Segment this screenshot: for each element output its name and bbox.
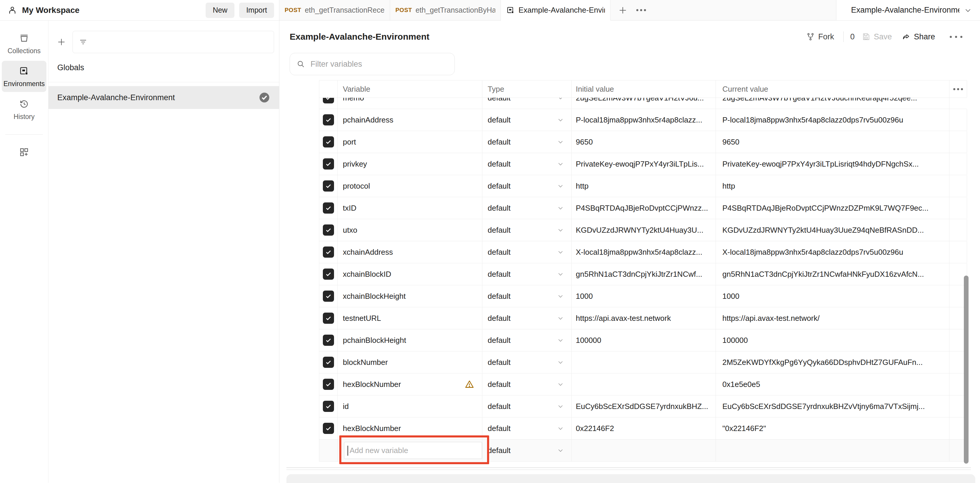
- add-environment-icon[interactable]: [57, 37, 66, 47]
- variable-name[interactable]: memo: [343, 98, 364, 102]
- row-checkbox[interactable]: [323, 225, 334, 236]
- type-select[interactable]: default: [482, 241, 572, 263]
- sidebar-filter-input[interactable]: [92, 37, 268, 47]
- current-value-cell[interactable]: 2ugSeL2mAv3W7bTgeaV1H2tVJ6uchhKeurajq4r5…: [716, 98, 950, 109]
- current-value-cell[interactable]: 100000: [716, 329, 950, 351]
- sidebar-item-environments[interactable]: Environments: [2, 61, 46, 92]
- variable-name[interactable]: pchainAddress: [343, 115, 393, 124]
- type-select[interactable]: default: [482, 219, 572, 241]
- type-select[interactable]: default: [482, 440, 572, 461]
- row-checkbox[interactable]: [323, 290, 334, 302]
- current-value-cell[interactable]: P4SBqRTDAqJBjeRoDvptCCjPWnzzDZPmK9L7WQ7F…: [716, 197, 950, 219]
- variable-name[interactable]: testnetURL: [343, 314, 381, 323]
- current-value-cell[interactable]: http: [716, 175, 950, 197]
- row-checkbox[interactable]: [323, 312, 334, 324]
- type-select[interactable]: default: [482, 109, 572, 131]
- current-value-cell[interactable]: P-local18jma8ppw3nhx5r4ap8clazz0dps7rv5u…: [716, 109, 950, 131]
- current-value-cell[interactable]: https://api.avax-test.network/: [716, 307, 950, 329]
- sidebar-item-collections[interactable]: Collections: [2, 28, 46, 59]
- workspace-title[interactable]: My Workspace: [22, 6, 80, 15]
- current-value-cell[interactable]: gn5RhN1aCT3dnCpjYkiJtrZr1NCwfaHNkFyuDX16…: [716, 263, 950, 285]
- row-checkbox[interactable]: [323, 247, 334, 258]
- variable-name[interactable]: protocol: [343, 182, 370, 191]
- current-value-cell[interactable]: KGDvUZzdJRWNYTy2ktU4Huay3UueZ94qNeBfRASn…: [716, 219, 950, 241]
- type-select[interactable]: default: [482, 395, 572, 417]
- row-checkbox[interactable]: [323, 401, 334, 412]
- current-value-cell[interactable]: 2M5ZeKWDYfXkgPg6YyQyka66DDsphvDHtZ7GUFAu…: [716, 351, 950, 373]
- row-checkbox[interactable]: [323, 357, 334, 368]
- vertical-scrollbar-thumb[interactable]: [964, 276, 969, 464]
- type-select[interactable]: default: [482, 329, 572, 351]
- type-select[interactable]: default: [482, 373, 572, 395]
- type-select[interactable]: default: [482, 307, 572, 329]
- sidebar-item-globals[interactable]: Globals: [48, 56, 279, 79]
- variable-name[interactable]: id: [343, 402, 349, 411]
- variable-name[interactable]: xchainBlockHeight: [343, 292, 406, 301]
- current-value-cell[interactable]: 9650: [716, 131, 950, 153]
- add-tab-icon[interactable]: [618, 6, 627, 15]
- variable-name[interactable]: hexBlockNumber: [343, 424, 401, 433]
- initial-value-cell[interactable]: PrivateKey-ewoqjP7PxY4yr3iLTpLis...: [572, 153, 716, 175]
- current-value-cell[interactable]: 0x1e5e0e5: [716, 373, 950, 395]
- tab-request-1[interactable]: POST eth_getTransactionRece: [279, 0, 390, 20]
- horizontal-scrollbar-track[interactable]: [286, 467, 971, 468]
- initial-value-cell[interactable]: [572, 373, 716, 395]
- initial-value-cell[interactable]: 100000: [572, 329, 716, 351]
- sidebar-item-history[interactable]: History: [2, 94, 46, 125]
- type-select[interactable]: default: [482, 98, 572, 109]
- sidebar-item-environment[interactable]: Example-Avalanche-Environment: [48, 86, 279, 109]
- initial-value-cell[interactable]: 0x22146F2: [572, 418, 716, 439]
- more-options-icon[interactable]: [947, 36, 965, 38]
- variable-name[interactable]: xchainAddress: [343, 248, 393, 257]
- configure-blocks-icon[interactable]: [19, 147, 29, 158]
- active-environment-check-icon[interactable]: [259, 92, 270, 104]
- more-tabs-icon[interactable]: [636, 9, 646, 11]
- filter-variables-input[interactable]: [310, 59, 448, 69]
- console-drawer-bar[interactable]: [286, 474, 975, 483]
- share-button[interactable]: Share: [899, 32, 938, 41]
- initial-value-cell[interactable]: 9650: [572, 131, 716, 153]
- type-select[interactable]: default: [482, 175, 572, 197]
- column-options-icon[interactable]: [953, 88, 963, 90]
- row-checkbox[interactable]: [323, 180, 334, 191]
- row-checkbox[interactable]: [323, 158, 334, 169]
- row-checkbox[interactable]: [323, 136, 334, 147]
- initial-value-cell[interactable]: P-local18jma8ppw3nhx5r4ap8clazz...: [572, 109, 716, 131]
- row-checkbox[interactable]: [323, 423, 334, 434]
- type-select[interactable]: default: [482, 351, 572, 373]
- variable-name[interactable]: txID: [343, 204, 356, 213]
- fork-count[interactable]: 0: [850, 32, 854, 41]
- initial-value-cell[interactable]: [572, 351, 716, 373]
- current-value-cell[interactable]: [716, 440, 950, 461]
- current-value-cell[interactable]: EuCy6bScEXrSdDGSE7yrdnxukBHZvVtjny6ma7VT…: [716, 395, 950, 417]
- row-checkbox[interactable]: [323, 269, 334, 280]
- variable-name[interactable]: pchainBlockHeight: [343, 336, 406, 345]
- type-select[interactable]: default: [482, 418, 572, 439]
- variable-name[interactable]: xchainBlockID: [343, 270, 391, 279]
- type-select[interactable]: default: [482, 131, 572, 153]
- save-button[interactable]: Save: [859, 32, 895, 41]
- initial-value-cell[interactable]: gn5RhN1aCT3dnCpjYkiJtrZr1NCwf...: [572, 263, 716, 285]
- initial-value-cell[interactable]: EuCy6bScEXrSdDGSE7yrdnxukBHZ...: [572, 395, 716, 417]
- variable-name[interactable]: utxo: [343, 226, 357, 235]
- variable-name[interactable]: hexBlockNumber: [343, 380, 401, 389]
- initial-value-cell[interactable]: http: [572, 175, 716, 197]
- new-button[interactable]: New: [206, 3, 234, 18]
- initial-value-cell[interactable]: [572, 440, 716, 461]
- row-checkbox[interactable]: [323, 379, 334, 390]
- row-checkbox[interactable]: [323, 98, 334, 104]
- import-button[interactable]: Import: [239, 3, 274, 18]
- initial-value-cell[interactable]: P4SBqRTDAqJBjeRoDvptCCjPWnzz...: [572, 197, 716, 219]
- initial-value-cell[interactable]: https://api.avax-test.network: [572, 307, 716, 329]
- sidebar-filter-box[interactable]: [73, 31, 274, 53]
- tab-request-2[interactable]: POST eth_getTransactionByHa: [390, 0, 501, 20]
- user-icon[interactable]: [7, 5, 18, 15]
- fork-button[interactable]: Fork: [803, 32, 837, 41]
- type-select[interactable]: default: [482, 263, 572, 285]
- variable-name[interactable]: blockNumber: [343, 358, 388, 367]
- variable-name[interactable]: port: [343, 137, 356, 147]
- tab-environment-active[interactable]: Example-Avalanche-Envir: [501, 0, 611, 20]
- type-select[interactable]: default: [482, 197, 572, 219]
- variables-filter-box[interactable]: [290, 53, 455, 75]
- row-checkbox[interactable]: [323, 202, 334, 214]
